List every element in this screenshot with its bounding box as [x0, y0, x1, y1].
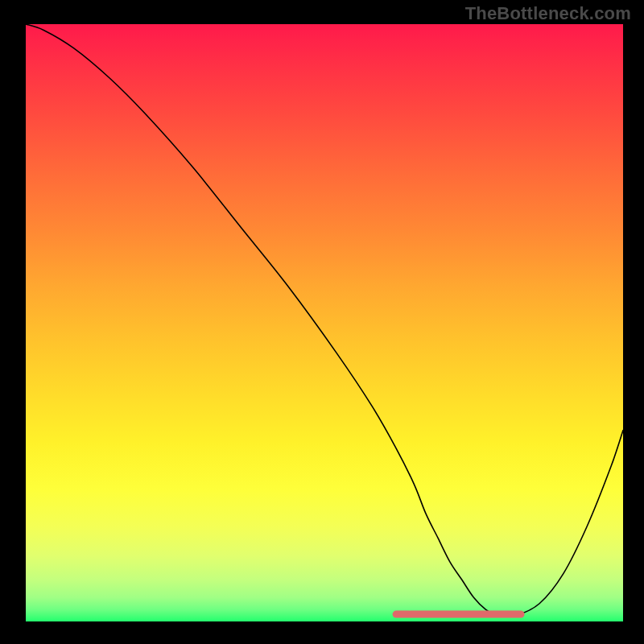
plot-area [26, 24, 623, 621]
watermark-text: TheBottleneck.com [465, 3, 631, 24]
chart-frame: TheBottleneck.com [0, 0, 644, 644]
curve-layer [26, 24, 623, 621]
bottleneck-curve [26, 24, 623, 617]
